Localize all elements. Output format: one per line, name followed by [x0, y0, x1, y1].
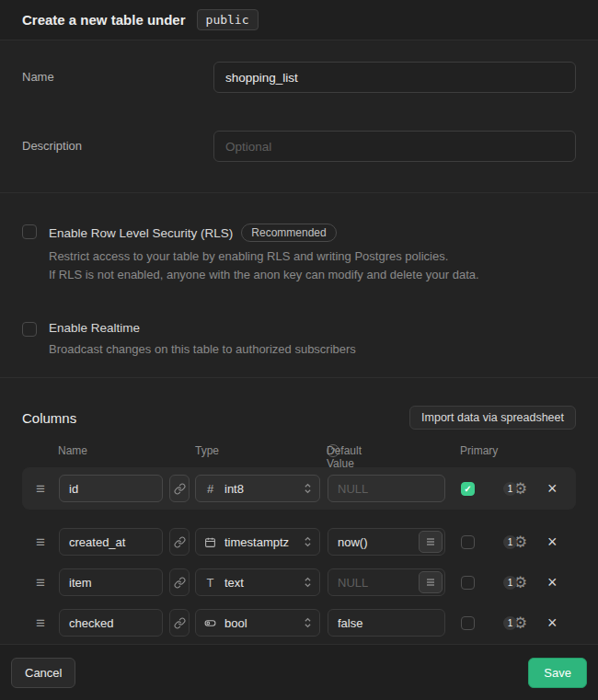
settings-count-badge: 1: [503, 576, 517, 590]
name-label: Name: [22, 62, 213, 93]
drag-handle-icon[interactable]: ≡: [34, 575, 47, 591]
column-type-select[interactable]: timestamptz: [195, 528, 320, 556]
realtime-checkbox[interactable]: [22, 322, 37, 337]
column-row-checked: ≡ bool 1 ⚙ ×: [22, 602, 576, 643]
description-label: Description: [22, 131, 213, 162]
foreign-key-button[interactable]: [169, 528, 190, 556]
link-icon: [174, 617, 186, 629]
description-row: Description: [22, 131, 576, 162]
options-section: Enable Row Level Security (RLS) Recommen…: [0, 193, 598, 378]
column-row-item: ≡ T text 1 ⚙ ×: [22, 562, 576, 602]
chevron-updown-icon: [304, 535, 312, 548]
table-info-section: Name Description: [0, 40, 598, 193]
check-icon: ✓: [464, 484, 471, 494]
table-description-input[interactable]: [213, 131, 576, 162]
settings-count-badge: 1: [503, 482, 517, 496]
list-icon: [425, 536, 436, 547]
default-value-input[interactable]: [328, 609, 445, 637]
column-settings-button[interactable]: 1 ⚙: [503, 575, 527, 591]
rls-description: Restrict access to your table by enablin…: [49, 247, 479, 284]
link-icon: [174, 536, 186, 548]
rls-option: Enable Row Level Security (RLS) Recommen…: [22, 224, 576, 284]
drag-handle-icon[interactable]: ≡: [34, 481, 47, 497]
column-name-input[interactable]: [59, 528, 163, 556]
column-settings-button[interactable]: 1 ⚙: [503, 534, 527, 550]
rls-label: Enable Row Level Security (RLS): [49, 226, 233, 240]
link-icon: [174, 483, 186, 495]
columns-section: Columns Import data via spreadsheet Name…: [0, 378, 598, 644]
default-value-input[interactable]: [328, 475, 445, 502]
header-name: Name: [58, 444, 87, 457]
foreign-key-button[interactable]: [169, 609, 190, 637]
number-type-icon: #: [203, 482, 217, 496]
dialog-title: Create a new table under: [22, 12, 186, 28]
remove-column-button[interactable]: ×: [545, 614, 559, 631]
calendar-type-icon: [203, 536, 217, 548]
save-button[interactable]: Save: [528, 658, 587, 688]
recommended-badge: Recommended: [241, 224, 336, 242]
dialog-header: Create a new table under public: [0, 0, 598, 40]
chevron-updown-icon: [304, 576, 312, 589]
column-settings-button[interactable]: 1 ⚙: [503, 615, 527, 631]
columns-header-row: Name Type Default Value ? Primary: [22, 444, 576, 457]
realtime-option: Enable Realtime Broadcast changes on thi…: [22, 321, 576, 359]
foreign-key-button[interactable]: [169, 568, 190, 596]
drag-handle-icon[interactable]: ≡: [34, 615, 47, 631]
chevron-updown-icon: [304, 616, 312, 629]
column-row-created-at: ≡ timestamptz 1 ⚙ ×: [22, 522, 576, 562]
settings-count-badge: 1: [503, 616, 517, 630]
link-icon: [174, 577, 186, 589]
column-name-input[interactable]: [59, 568, 163, 596]
name-row: Name: [22, 62, 576, 93]
default-value-menu-button[interactable]: [419, 571, 443, 593]
column-type-select[interactable]: # int8: [195, 475, 320, 502]
primary-checkbox[interactable]: [461, 535, 475, 549]
drag-handle-icon[interactable]: ≡: [34, 534, 47, 550]
primary-checkbox[interactable]: ✓: [461, 482, 475, 496]
default-value-menu-button[interactable]: [419, 531, 443, 553]
settings-count-badge: 1: [503, 535, 517, 549]
header-primary: Primary: [460, 444, 498, 457]
columns-title: Columns: [22, 410, 76, 426]
list-icon: [425, 577, 436, 588]
text-type-icon: T: [203, 576, 217, 590]
primary-checkbox[interactable]: [461, 616, 475, 630]
import-spreadsheet-button[interactable]: Import data via spreadsheet: [409, 406, 576, 430]
realtime-description: Broadcast changes on this table to autho…: [49, 340, 356, 359]
column-row-id: ≡ # int8 ✓ 1 ⚙ ×: [22, 467, 576, 510]
column-type-select[interactable]: T text: [195, 568, 320, 596]
header-default-value: Default Value: [327, 444, 362, 470]
chevron-updown-icon: [304, 482, 312, 495]
header-type: Type: [195, 444, 219, 457]
foreign-key-button[interactable]: [169, 475, 190, 502]
dialog-footer: Cancel Save: [0, 644, 598, 700]
column-name-input[interactable]: [59, 475, 163, 502]
column-type-select[interactable]: bool: [195, 609, 320, 637]
table-name-input[interactable]: [213, 62, 576, 93]
remove-column-button[interactable]: ×: [545, 574, 559, 591]
schema-badge: public: [197, 9, 259, 30]
primary-checkbox[interactable]: [461, 576, 475, 590]
remove-column-button[interactable]: ×: [545, 534, 559, 550]
column-settings-button[interactable]: 1 ⚙: [503, 481, 527, 497]
boolean-type-icon: [203, 617, 217, 629]
remove-column-button[interactable]: ×: [545, 480, 559, 497]
realtime-label: Enable Realtime: [49, 321, 140, 335]
create-table-dialog: Create a new table under public Name Des…: [0, 0, 598, 700]
column-name-input[interactable]: [59, 609, 163, 637]
cancel-button[interactable]: Cancel: [11, 658, 75, 688]
rls-checkbox[interactable]: [22, 224, 37, 239]
